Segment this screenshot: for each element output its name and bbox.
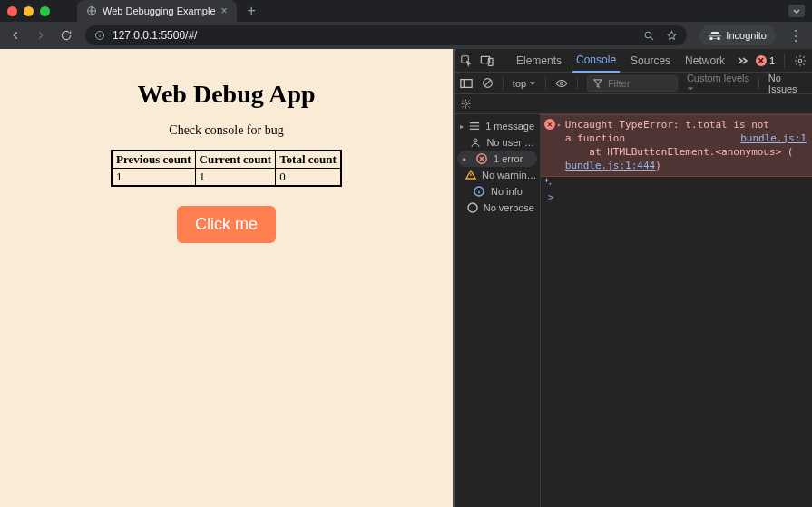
window-close-icon[interactable] xyxy=(7,6,17,16)
console-output: ✕▸ Uncaught TypeError: t.total is not bu… xyxy=(541,114,812,507)
rendered-page: Web Debug App Check console for bug Prev… xyxy=(0,49,453,507)
error-count-badge[interactable]: ✕1 xyxy=(756,55,775,66)
address-bar[interactable]: 127.0.0.1:5500/#/ xyxy=(85,25,687,45)
sidebar-user-messages[interactable]: No user … xyxy=(455,134,540,151)
bookmark-star-icon[interactable] xyxy=(666,30,678,42)
svg-point-10 xyxy=(465,102,467,105)
devtools-settings-icon[interactable] xyxy=(794,54,807,67)
tab-console[interactable]: Console xyxy=(572,49,620,73)
toggle-sidebar-icon[interactable] xyxy=(460,78,473,89)
error-stack-link[interactable]: bundle.js:1:444 xyxy=(565,160,655,171)
window-zoom-icon[interactable] xyxy=(40,6,50,16)
incognito-icon xyxy=(709,31,721,40)
click-me-button[interactable]: Click me xyxy=(177,206,276,243)
devtools-tabbar: Elements Console Sources Network ✕1 ⋮ xyxy=(455,49,812,73)
error-source-link[interactable]: bundle.js:1 xyxy=(740,132,807,146)
filter-icon xyxy=(593,79,602,88)
table-cell: 0 xyxy=(276,169,341,186)
expand-error-icon[interactable]: ▸ xyxy=(557,121,562,131)
sidebar-messages[interactable]: ▸1 message xyxy=(455,118,540,134)
svg-rect-5 xyxy=(488,58,493,65)
issues-counter[interactable]: No Issues xyxy=(768,73,807,94)
clear-console-icon[interactable] xyxy=(482,77,494,89)
console-settings-icon[interactable] xyxy=(460,98,472,110)
tab-title: Web Debugging Example xyxy=(103,5,216,16)
devtools-panel: Elements Console Sources Network ✕1 ⋮ to… xyxy=(453,49,812,507)
address-bar-url: 127.0.0.1:5500/#/ xyxy=(113,29,197,42)
table-header: Previous count xyxy=(113,151,195,169)
expand-tabs-icon[interactable] xyxy=(788,5,805,17)
sidebar-verbose[interactable]: No verbose xyxy=(455,200,540,216)
nav-reload-button[interactable] xyxy=(60,29,73,42)
tab-favicon-globe-icon xyxy=(86,5,97,16)
nav-back-button[interactable] xyxy=(9,29,22,42)
table-cell: 1 xyxy=(195,169,276,186)
svg-rect-7 xyxy=(461,79,472,87)
tab-elements[interactable]: Elements xyxy=(513,49,565,73)
table-cell: 1 xyxy=(113,169,195,186)
tab-network[interactable]: Network xyxy=(681,49,729,73)
incognito-badge[interactable]: Incognito xyxy=(699,25,776,45)
sidebar-info[interactable]: No info xyxy=(455,183,540,200)
device-toolbar-icon[interactable] xyxy=(480,54,494,67)
page-title: Web Debug App xyxy=(0,80,453,109)
tab-sources[interactable]: Sources xyxy=(627,49,674,73)
svg-point-9 xyxy=(561,82,563,84)
tab-close-icon[interactable]: × xyxy=(221,5,228,16)
new-tab-button[interactable]: + xyxy=(248,3,256,19)
execution-context-selector[interactable]: top xyxy=(513,78,536,89)
sidebar-errors[interactable]: ▸1 error xyxy=(457,151,537,167)
browser-toolbar: 127.0.0.1:5500/#/ Incognito ⋮ xyxy=(0,22,812,49)
table-header: Total count xyxy=(276,151,341,169)
log-levels-selector[interactable]: Custom levels xyxy=(687,73,749,94)
svg-point-14 xyxy=(468,203,477,212)
console-toolbar: top Custom levels No Issues xyxy=(455,73,812,94)
inspect-element-icon[interactable] xyxy=(460,54,473,67)
ai-explain-icon[interactable] xyxy=(541,177,812,189)
error-icon: ✕ xyxy=(544,119,555,130)
incognito-label: Incognito xyxy=(726,30,767,41)
tab-strip: Web Debugging Example × + xyxy=(0,0,812,22)
chrome-menu-icon[interactable]: ⋮ xyxy=(788,27,803,44)
console-filter-input[interactable] xyxy=(587,75,678,92)
live-expression-icon[interactable] xyxy=(555,78,568,89)
console-error-entry[interactable]: ✕▸ Uncaught TypeError: t.total is not bu… xyxy=(541,114,812,177)
window-traffic-lights xyxy=(7,6,50,16)
zoom-icon[interactable] xyxy=(643,30,655,42)
console-filter-field[interactable] xyxy=(606,77,660,90)
more-tabs-icon[interactable] xyxy=(736,55,748,66)
console-prompt[interactable]: > xyxy=(541,189,812,206)
svg-point-2 xyxy=(646,32,652,38)
counts-table: Previous count Current count Total count… xyxy=(112,151,341,186)
site-info-icon[interactable] xyxy=(94,30,105,41)
svg-point-6 xyxy=(798,59,802,63)
svg-point-11 xyxy=(474,139,477,142)
browser-tab[interactable]: Web Debugging Example × xyxy=(77,0,237,22)
table-header: Current count xyxy=(195,151,276,169)
sidebar-warnings[interactable]: No warnin… xyxy=(455,167,540,183)
console-sidebar: ▸1 message No user … ▸1 error No warnin…… xyxy=(455,114,541,507)
page-subtitle: Check console for bug xyxy=(0,123,453,138)
window-minimize-icon[interactable] xyxy=(24,6,34,16)
nav-forward-button[interactable] xyxy=(34,29,47,42)
